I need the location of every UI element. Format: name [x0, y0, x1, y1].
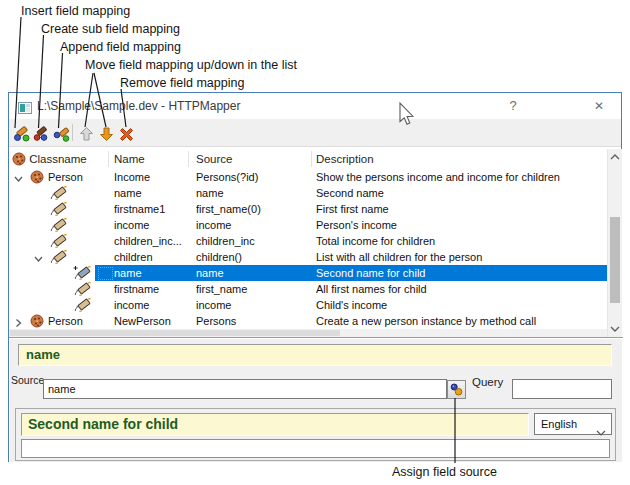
cell-description: Second name for child	[316, 265, 606, 281]
table-row[interactable]: PersonNewPersonPersonsCreate a new perso…	[9, 313, 607, 329]
column-header-name[interactable]: Name	[114, 149, 145, 169]
cell-source: children()	[196, 249, 310, 265]
scroll-down-icon[interactable]	[609, 321, 621, 337]
titlebar[interactable]: L:\Sample\Sample.dev - HTTPMapper ? ✕	[9, 93, 621, 119]
field-mapping-icon	[73, 265, 92, 281]
cell-description: Second name	[316, 185, 606, 201]
table-row[interactable]: namenameSecond name for child	[9, 265, 607, 281]
cell-source: income	[196, 297, 310, 313]
cell-source: name	[196, 265, 310, 281]
assign-source-icon	[450, 383, 463, 396]
insert-field-mapping-button[interactable]	[11, 123, 31, 144]
language-value: English	[541, 418, 577, 430]
scrollbar-thumb[interactable]	[10, 330, 340, 336]
toolbar	[9, 119, 621, 147]
assign-field-source-button[interactable]	[447, 380, 466, 399]
vertical-scrollbar[interactable]	[607, 149, 622, 337]
cell-name: income	[114, 297, 192, 313]
source-input[interactable]	[43, 379, 447, 399]
description-group: Second name for child English	[15, 408, 616, 461]
move-up-button[interactable]	[76, 123, 96, 144]
horizontal-scrollbar[interactable]	[9, 329, 607, 337]
cell-name: children	[114, 249, 192, 265]
column-divider[interactable]	[188, 151, 189, 167]
scrollbar-thumb[interactable]	[610, 217, 620, 303]
callout-insert-field-mapping: Insert field mapping	[21, 4, 130, 18]
class-icon	[30, 313, 44, 329]
table-row[interactable]: incomeincomePerson's income	[9, 217, 607, 233]
field-mapping-icon	[49, 185, 68, 201]
field-name-banner: name	[18, 344, 612, 366]
cell-name: name	[114, 185, 192, 201]
callout-append-field-mapping: Append field mapping	[60, 40, 181, 54]
cell-description: List with all children for the person	[316, 249, 606, 265]
cell-classname: Person	[48, 313, 83, 329]
class-icon	[12, 152, 26, 166]
callout-move-field-mapping: Move field mapping up/down in the list	[85, 58, 297, 72]
table-row[interactable]: PersonIncomePersons(?id)Show the persons…	[9, 169, 607, 185]
app-icon	[18, 100, 32, 118]
cell-name: firstname1	[114, 201, 192, 217]
close-button[interactable]: ✕	[589, 93, 609, 119]
table-row[interactable]: incomeincomeChild's income	[9, 297, 607, 313]
cell-name: firstname	[114, 281, 192, 297]
field-mapping-icon	[49, 249, 68, 265]
remove-field-mapping-button[interactable]	[116, 123, 136, 144]
column-divider[interactable]	[108, 151, 109, 167]
cell-name: Income	[114, 169, 192, 185]
cell-source: name	[196, 185, 310, 201]
cell-source: Persons	[196, 313, 310, 329]
cell-source: first_name	[196, 281, 310, 297]
cell-description: Person's income	[316, 217, 606, 233]
create-sub-field-mapping-icon	[33, 126, 50, 142]
callout-create-sub-field-mapping: Create sub field mapping	[41, 22, 180, 36]
column-label: Classname	[29, 153, 87, 165]
append-field-mapping-icon	[53, 126, 70, 142]
window: L:\Sample\Sample.dev - HTTPMapper ? ✕	[8, 92, 622, 462]
cell-description: First first name	[316, 201, 606, 217]
column-header-description[interactable]: Description	[316, 149, 374, 169]
insert-field-mapping-icon	[13, 126, 30, 142]
table-row[interactable]: firstname1first_name(0)First first name	[9, 201, 607, 217]
move-down-icon	[98, 126, 115, 142]
scroll-up-icon[interactable]	[609, 149, 621, 165]
query-input[interactable]	[512, 379, 612, 399]
screenshot-stage: Insert field mapping Create sub field ma…	[0, 0, 630, 485]
description-banner: Second name for child	[21, 413, 529, 436]
cell-name: income	[114, 217, 192, 233]
field-mapping-icon	[49, 201, 68, 217]
callout-assign-field-source: Assign field source	[392, 465, 497, 479]
move-down-button[interactable]	[96, 123, 116, 144]
language-dropdown[interactable]: English	[534, 413, 612, 435]
cell-name: NewPerson	[114, 313, 192, 329]
remove-field-mapping-icon	[118, 126, 135, 142]
callout-remove-field-mapping: Remove field mapping	[120, 76, 244, 90]
cell-description: Total income for children	[316, 233, 606, 249]
table-row[interactable]: childrenchildren()List with all children…	[9, 249, 607, 265]
create-sub-field-mapping-button[interactable]	[31, 123, 51, 144]
table-row[interactable]: firstnamefirst_nameAll first names for c…	[9, 281, 607, 297]
query-label: Query	[472, 376, 503, 388]
help-button[interactable]: ?	[503, 93, 523, 119]
description-editor[interactable]	[21, 439, 610, 458]
field-mapping-icon	[73, 297, 92, 313]
cell-source: income	[196, 217, 310, 233]
column-divider[interactable]	[311, 151, 312, 167]
cell-description: All first names for child	[316, 281, 606, 297]
focus-box	[98, 267, 113, 280]
source-label: Source	[11, 374, 44, 386]
cell-description: Child's income	[316, 297, 606, 313]
table-row[interactable]: namenameSecond name	[9, 185, 607, 201]
field-mapping-icon	[49, 217, 68, 233]
detail-panel: name Source Query Second name for child …	[9, 337, 623, 463]
field-mapping-icon	[49, 233, 68, 249]
window-title: L:\Sample\Sample.dev - HTTPMapper	[37, 93, 240, 119]
column-header-classname[interactable]: Classname	[12, 149, 87, 169]
table-row[interactable]: children_inc...children_incTotal income …	[9, 233, 607, 249]
cell-source: first_name(0)	[196, 201, 310, 217]
append-field-mapping-button[interactable]	[51, 123, 71, 144]
column-header-source[interactable]: Source	[196, 149, 232, 169]
move-up-icon	[78, 126, 95, 142]
class-icon	[30, 169, 44, 185]
toolbar-separator	[72, 124, 73, 141]
